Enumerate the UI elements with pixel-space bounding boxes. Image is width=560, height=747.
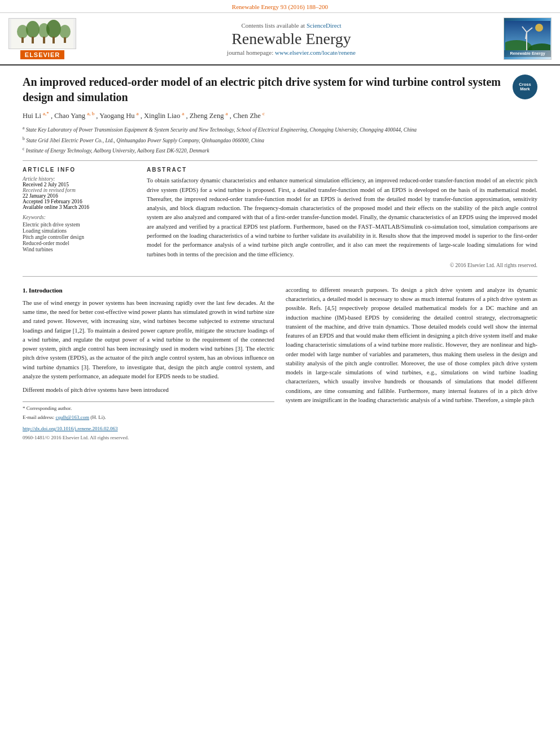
doi-link[interactable]: http://dx.doi.org/10.1016/j.renene.2016.…: [23, 426, 118, 431]
footnotes-area: * Corresponding author. E-mail address: …: [23, 401, 274, 442]
keywords-section: Keywords: Electric pitch drive system Lo…: [23, 215, 135, 252]
article-title: An improved reduced-order model of an el…: [23, 75, 537, 105]
email-line: E-mail address: cqulh@163.com (H. Li).: [23, 414, 274, 422]
article-info-column: ARTICLE INFO Article history: Received 2…: [23, 167, 135, 268]
available-online: Available online 3 March 2016: [23, 204, 135, 210]
keywords-label: Keywords:: [23, 215, 135, 220]
received-revised-label: Received in revised form: [23, 187, 135, 193]
re-logo-text: Renewable Energy: [504, 50, 551, 57]
body-paragraph-2: Different models of pitch drive systems …: [23, 386, 274, 395]
main-content: An improved reduced-order model of an el…: [0, 65, 560, 449]
corresponding-author: * Corresponding author.: [23, 405, 274, 413]
history-label: Article history:: [23, 176, 135, 182]
sciencedirect-anchor[interactable]: ScienceDirect: [307, 22, 342, 29]
sciencedirect-link: Contents lists available at ScienceDirec…: [85, 22, 498, 29]
svg-rect-7: [32, 37, 34, 43]
body-right-column: according to different research purposes…: [286, 286, 537, 443]
journal-name: Renewable Energy: [85, 30, 498, 48]
body-left-column: 1. Introduction The use of wind energy i…: [23, 286, 274, 443]
abstract-column: ABSTRACT To obtain satisfactory dynamic …: [147, 167, 537, 268]
keyword-5: Wind turbines: [23, 247, 135, 252]
affiliation-c: c Institute of Energy Technology, Aalbor…: [23, 146, 537, 155]
affiliation-a: a State Key Laboratory of Power Transmis…: [23, 125, 537, 134]
body-paragraph-right-1: according to different research purposes…: [286, 286, 537, 405]
journal-ref-text: Renewable Energy 93 (2016) 188–200: [232, 3, 328, 10]
svg-rect-8: [43, 37, 45, 43]
affiliations: a State Key Laboratory of Power Transmis…: [23, 125, 537, 155]
article-info-abstract: ARTICLE INFO Article history: Received 2…: [23, 167, 537, 268]
svg-point-5: [59, 25, 71, 38]
elsevier-tree-image: [8, 18, 76, 49]
svg-rect-6: [21, 37, 24, 43]
affiliation-b: b State Grid Jibei Electric Power Co., L…: [23, 136, 537, 145]
keywords-list: Electric pitch drive system Loading simu…: [23, 222, 135, 252]
elsevier-wordmark: ELSEVIER: [20, 50, 64, 59]
keyword-4: Reduced-order model: [23, 241, 135, 246]
journal-reference-bar: Renewable Energy 93 (2016) 188–200: [0, 0, 560, 13]
copyright-line: © 2016 Elsevier Ltd. All rights reserved…: [147, 263, 537, 268]
article-history: Article history: Received 2 July 2015 Re…: [23, 176, 135, 210]
email-link[interactable]: cqulh@163.com: [55, 414, 89, 420]
article-info-header: ARTICLE INFO: [23, 167, 135, 173]
keyword-2: Loading simulations: [23, 228, 135, 234]
svg-point-12: [535, 24, 543, 32]
authors-line: Hui Li a,* , Chao Yang a, b , Yaogang Hu…: [23, 111, 537, 120]
svg-point-4: [46, 20, 61, 38]
keyword-1: Electric pitch drive system: [23, 222, 135, 228]
keyword-3: Pitch angle controller design: [23, 234, 135, 240]
section1-label: Introduction: [29, 287, 63, 294]
abstract-header: ABSTRACT: [147, 167, 537, 173]
svg-point-2: [26, 21, 40, 38]
homepage-url[interactable]: www.elsevier.com/locate/renene: [275, 49, 356, 56]
journal-header: ELSEVIER Contents lists available at Sci…: [0, 13, 560, 65]
svg-rect-10: [64, 37, 66, 43]
body-content: 1. Introduction The use of wind energy i…: [23, 286, 537, 443]
crossmark-badge: CrossMark: [513, 75, 537, 99]
body-paragraph-1: The use of wind energy in power systems …: [23, 299, 274, 381]
received-revised-date: 22 January 2016: [23, 193, 135, 199]
section1-title: 1. Introduction: [23, 286, 274, 295]
abstract-text: To obtain satisfactory dynamic character…: [147, 176, 537, 259]
re-logo-area: Renewable Energy: [504, 18, 554, 60]
re-logo-box: Renewable Energy: [504, 18, 552, 60]
divider-2: [23, 276, 537, 277]
section1-num: 1.: [23, 287, 27, 294]
issn-line: 0960-1481/© 2016 Elsevier Ltd. All right…: [23, 434, 274, 442]
doi-line: http://dx.doi.org/10.1016/j.renene.2016.…: [23, 425, 274, 433]
received-date: Received 2 July 2015: [23, 182, 135, 187]
journal-center-info: Contents lists available at ScienceDirec…: [85, 22, 498, 56]
accepted-date: Accepted 19 February 2016: [23, 199, 135, 204]
svg-rect-9: [53, 37, 55, 43]
journal-homepage: journal homepage: www.elsevier.com/locat…: [85, 49, 498, 56]
elsevier-logo-area: ELSEVIER: [6, 18, 79, 59]
divider-1: [23, 160, 537, 161]
